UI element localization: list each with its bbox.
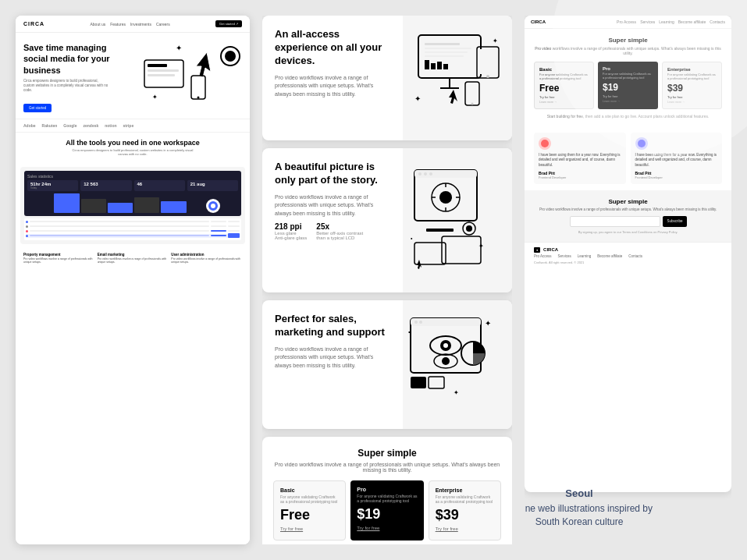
site-nav: CIRCA About us Features Investments Care…: [16, 16, 250, 33]
footer-link[interactable]: Pro Access: [534, 254, 552, 258]
rs-tier-basic: Basic For anyone validating Craftwork as…: [534, 62, 594, 109]
tier-pro-cta[interactable]: Try for free: [357, 526, 417, 530]
rs-tier-basic-name: Basic: [539, 67, 589, 72]
nav-link: About us: [91, 22, 106, 27]
footer-logo: ● CIRCA: [534, 247, 722, 252]
right-site-preview: CIRCA Pro Access Services Learning Becom…: [525, 16, 731, 492]
svg-point-36: [439, 191, 452, 204]
rs-nav-link: Become affiliate: [678, 19, 706, 24]
svg-point-32: [418, 172, 422, 175]
caption-city: Seoul: [525, 487, 657, 499]
tier-enterprise: Enterprise For anyone validating Craftwo…: [429, 480, 501, 541]
stat-25x-label2: than a typical LCD: [316, 236, 363, 240]
rs-nav-link: Pro Access: [617, 19, 636, 24]
brand-zendesk: zendesk: [84, 123, 99, 128]
footer-link[interactable]: Become affiliate: [597, 254, 622, 258]
tier-basic-name: Basic: [280, 487, 339, 493]
feature-image-devices: ✦ ✦: [403, 16, 512, 140]
pricing-desc: Pro video workflows involve a range of p…: [273, 462, 501, 473]
lower-item-admin: User administration Pro video workflows …: [171, 253, 242, 264]
feature-card-sales: Perfect for sales, marketing and support…: [262, 300, 512, 429]
tier-basic-price: Free: [280, 507, 339, 523]
hero-illustration: ✦ ✦: [137, 37, 246, 115]
feature-title-sales: Perfect for sales, marketing and support: [275, 313, 390, 339]
svg-rect-14: [425, 51, 468, 53]
tier-ent-desc: For anyone validating Craftwork as a pro…: [436, 494, 494, 504]
testimonial-1-text: I have been using them for a year now. E…: [539, 153, 621, 168]
lower-item-property: Property management Pro video workflows …: [23, 253, 94, 264]
rs-tier-ent-cta[interactable]: Try for free: [667, 95, 717, 99]
footer-copyright: Craftwork. All right reserved. © 2021: [534, 261, 722, 264]
pricing-tiers: Basic For anyone validating Craftwork as…: [273, 480, 501, 541]
svg-text:✦: ✦: [414, 94, 421, 103]
rs-pricing-desc: Pro video workflows involve a range of p…: [534, 46, 722, 55]
tier-pro: Pro For anyone validating Craftwork as a…: [350, 480, 423, 541]
newsletter-email-input[interactable]: [570, 216, 661, 227]
hero-description: Circa empowers designers to build profes…: [23, 79, 109, 94]
svg-point-50: [414, 321, 418, 324]
feature-desc-devices: Pro video workflows involve a range of p…: [275, 74, 390, 99]
nav-links: About us Features Investments Careers: [91, 22, 170, 27]
nav-link: Careers: [156, 22, 170, 27]
newsletter-desc: Pro video workflows involve a range of p…: [534, 207, 722, 211]
rs-tier-basic-cta[interactable]: Try for free: [539, 95, 589, 99]
left-site-screenshot: CIRCA About us Features Investments Care…: [16, 16, 250, 544]
svg-rect-59: [429, 377, 444, 388]
svg-text:✦: ✦: [152, 94, 158, 101]
rs-tier-pro-cta[interactable]: Try for free: [603, 94, 653, 98]
testimonial-2-text: I have been using them for a year now. E…: [635, 153, 718, 168]
svg-rect-44: [442, 236, 481, 264]
rs-pricing-tiers: Basic For anyone validating Craftwork as…: [534, 62, 722, 109]
rs-pricing-title: Super simple: [534, 37, 722, 44]
svg-point-33: [424, 172, 427, 175]
brand-logos-strip: Adobe Rakuten Google zendesk notion stri…: [16, 119, 250, 133]
tools-title: All the tools you need in one workspace: [23, 139, 242, 147]
rs-pricing-section: Super simple Pro video workflows involve…: [525, 29, 731, 126]
brand-adobe: Adobe: [23, 123, 36, 128]
rs-nav-link: Services: [640, 19, 655, 24]
svg-point-54: [443, 343, 448, 348]
site-hero: Save time managing social media for your…: [16, 33, 250, 119]
feature-desc-beauty: Pro video workflows involve a range of p…: [275, 193, 390, 218]
rs-nav-links: Pro Access Services Learning Become affi…: [617, 19, 725, 24]
rs-testimonials: I have been using them for a year now. E…: [525, 126, 731, 190]
svg-point-27: [471, 103, 474, 105]
tier-basic-desc: For anyone validating Craftwork as a pro…: [280, 494, 339, 504]
svg-point-43: [466, 225, 472, 232]
hero-title: Save time managing social media for your…: [23, 42, 117, 76]
rs-tier-pro-price: $19: [603, 82, 653, 93]
svg-point-56: [442, 357, 450, 365]
rs-newsletter: Super simple Pro video workflows involve…: [525, 190, 731, 242]
tier-ent-cta[interactable]: Try for free: [436, 526, 494, 531]
nav-cta-button: Get started ↗: [215, 20, 242, 27]
svg-rect-58: [411, 377, 426, 388]
feature-desc-sales: Pro video workflows involve a range of p…: [275, 346, 390, 370]
feature-title-beauty: A beautiful picture is only part of the …: [275, 161, 390, 187]
svg-text:✦: ✦: [454, 389, 459, 396]
newsletter-subscribe-button[interactable]: Subscribe: [663, 216, 686, 227]
lower-grid: Property management Pro video workflows …: [23, 253, 242, 264]
rs-nav-link: Learning: [659, 19, 674, 24]
brand-rakuten: Rakuten: [42, 123, 58, 128]
newsletter-privacy: By signing up, you agree to our Terms an…: [534, 230, 722, 234]
stat-25x: 25x: [316, 222, 363, 231]
nav-link: Features: [110, 22, 126, 27]
svg-point-9: [197, 97, 200, 99]
footer-link[interactable]: Learning: [578, 254, 592, 258]
middle-column: An all-access experience on all your dev…: [262, 16, 512, 544]
testimonial-1-role: Frontend Developer: [539, 175, 621, 179]
rs-tier-basic-price: Free: [539, 83, 589, 94]
footer-links: Pro Access Services Learning Become affi…: [534, 254, 722, 258]
site-logo: CIRCA: [23, 21, 44, 27]
tools-subtitle: Circa empowers designers to build profes…: [70, 148, 195, 156]
feature-title-devices: An all-access experience on all your dev…: [275, 28, 390, 68]
newsletter-form: Subscribe: [570, 216, 687, 227]
tools-section: All the tools you need in one workspace …: [16, 133, 250, 167]
footer-link[interactable]: Contacts: [628, 254, 642, 258]
footer-link[interactable]: Services: [558, 254, 571, 258]
svg-rect-26: [467, 84, 478, 101]
nav-link: Investments: [130, 22, 151, 27]
tier-basic-cta[interactable]: Try for free: [280, 526, 339, 531]
rs-scrollable-content[interactable]: Super simple Pro video workflows involve…: [525, 29, 731, 492]
hero-cta-button: Get started: [23, 104, 52, 112]
